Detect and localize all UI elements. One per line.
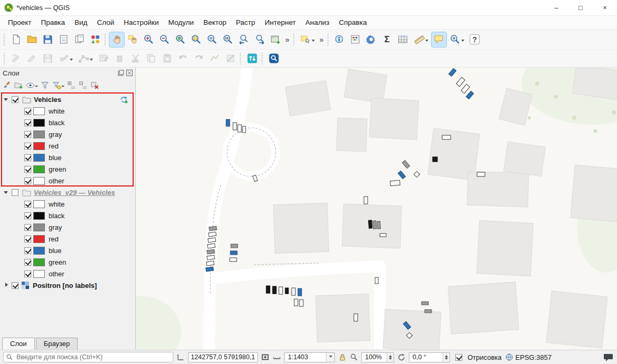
- class-checkbox[interactable]: [24, 178, 31, 184]
- paste-features-button[interactable]: [160, 51, 174, 66]
- cut-features-button[interactable]: [128, 51, 143, 66]
- layer-class-row[interactable]: red: [0, 140, 135, 152]
- rotation-spinbox[interactable]: 0,0 °: [409, 352, 450, 362]
- class-checkbox[interactable]: [24, 247, 31, 254]
- menu-vector[interactable]: Вектор: [199, 16, 231, 29]
- tab-browser[interactable]: Браузер: [36, 338, 78, 350]
- expander-icon[interactable]: [3, 96, 10, 102]
- save-project-button[interactable]: [40, 32, 55, 47]
- class-checkbox[interactable]: [24, 224, 31, 231]
- dropdown-caret-icon[interactable]: [35, 86, 38, 89]
- dropdown-caret-icon[interactable]: [312, 40, 315, 43]
- add-feature-button[interactable]: [56, 51, 75, 66]
- menu-web[interactable]: Интернет: [260, 16, 301, 29]
- toolbar-grip[interactable]: [293, 34, 294, 45]
- dropdown-caret-icon[interactable]: [70, 59, 73, 62]
- layer-class-row[interactable]: red: [0, 233, 135, 245]
- class-checkbox[interactable]: [24, 270, 31, 277]
- zoom-in-button[interactable]: [141, 32, 156, 47]
- class-checkbox[interactable]: [24, 259, 31, 266]
- pan-map-button[interactable]: [109, 32, 124, 47]
- class-checkbox[interactable]: [24, 212, 31, 219]
- close-panel-icon[interactable]: [126, 70, 133, 76]
- group-checkbox[interactable]: [12, 96, 18, 103]
- coordinates-display[interactable]: 1242757,0 5791980,1: [188, 352, 258, 362]
- crs-button[interactable]: EPSG:3857: [505, 353, 552, 361]
- new-print-layout-button[interactable]: [56, 32, 71, 47]
- zoom-settings-button[interactable]: [447, 32, 466, 47]
- zoom-next-button[interactable]: [252, 32, 267, 47]
- select-features-button[interactable]: [298, 32, 317, 47]
- maximize-button[interactable]: □: [568, 0, 593, 15]
- group-checkbox[interactable]: [12, 189, 18, 196]
- layer-class-row[interactable]: white: [0, 105, 135, 117]
- zoom-to-layer-button[interactable]: [204, 32, 219, 47]
- toggle-editing-button[interactable]: [24, 51, 39, 66]
- toolbar-grip[interactable]: [4, 34, 5, 45]
- map-canvas[interactable]: [136, 68, 617, 350]
- save-edits-button[interactable]: [40, 51, 55, 66]
- class-checkbox[interactable]: [24, 201, 31, 208]
- menu-plugins[interactable]: Модули: [164, 16, 199, 29]
- scale-dropdown-button[interactable]: [326, 353, 334, 362]
- current-edits-button[interactable]: [8, 51, 23, 66]
- split-features-button[interactable]: [223, 51, 238, 66]
- statistical-summary-button[interactable]: Σ: [380, 32, 395, 47]
- expander-icon[interactable]: [3, 189, 10, 195]
- dropdown-caret-icon[interactable]: [90, 59, 93, 62]
- dropdown-caret-icon[interactable]: [461, 40, 464, 43]
- copy-features-button[interactable]: [144, 51, 158, 66]
- expand-all-button[interactable]: [66, 79, 77, 91]
- layout-manager-button[interactable]: [72, 32, 87, 47]
- zoom-native-button[interactable]: [220, 32, 235, 47]
- open-project-button[interactable]: [24, 32, 39, 47]
- float-panel-icon[interactable]: [118, 70, 124, 76]
- toolbar-grip[interactable]: [105, 34, 106, 45]
- layer-class-row[interactable]: blue: [0, 245, 135, 256]
- field-calculator-button[interactable]: [348, 32, 363, 47]
- minimize-button[interactable]: –: [544, 0, 568, 15]
- class-checkbox[interactable]: [24, 166, 31, 173]
- toolbar-grip[interactable]: [261, 53, 263, 64]
- scale-combobox[interactable]: 1:1403: [284, 352, 335, 362]
- layer-positron[interactable]: Positron [no labels]: [0, 279, 135, 291]
- new-map-view-button[interactable]: [268, 32, 283, 47]
- redo-button[interactable]: [191, 51, 206, 66]
- render-checkbox[interactable]: [455, 354, 462, 361]
- zoom-last-button[interactable]: [236, 32, 251, 47]
- class-checkbox[interactable]: [24, 143, 31, 150]
- style-manager-button[interactable]: [88, 32, 102, 47]
- class-checkbox[interactable]: [24, 154, 31, 161]
- plugin-quickservices-button[interactable]: [266, 51, 281, 66]
- spin-buttons[interactable]: [443, 353, 450, 362]
- multiedit-attributes-button[interactable]: [96, 51, 111, 66]
- layer-class-row[interactable]: gray: [0, 221, 135, 233]
- layer-class-row[interactable]: black: [0, 117, 135, 128]
- messages-button[interactable]: [603, 352, 614, 362]
- vertex-tool-button[interactable]: [76, 51, 95, 66]
- attribute-table-button[interactable]: [396, 32, 410, 47]
- filter-expression-button[interactable]: [51, 79, 66, 91]
- layer-class-row[interactable]: green: [0, 256, 135, 268]
- zoom-to-selection-button[interactable]: [189, 32, 203, 47]
- expander-icon[interactable]: [3, 282, 10, 288]
- layer-class-row[interactable]: other: [0, 175, 135, 186]
- menu-raster[interactable]: Растр: [231, 16, 260, 29]
- layer-group-vehicles-v29[interactable]: Vehicles_v29 — Vehicles: [0, 186, 135, 198]
- toolbar-grip[interactable]: [328, 34, 329, 45]
- spin-buttons[interactable]: [387, 353, 394, 362]
- layer-class-row[interactable]: blue: [0, 152, 135, 163]
- collapse-all-button[interactable]: [78, 79, 89, 91]
- lock-scale-icon[interactable]: [338, 353, 347, 361]
- remove-layer-button[interactable]: [89, 79, 100, 91]
- zoom-full-button[interactable]: [173, 32, 188, 47]
- pan-to-selection-button[interactable]: [125, 32, 140, 47]
- reshape-features-button[interactable]: [207, 51, 222, 66]
- class-checkbox[interactable]: [24, 236, 31, 242]
- class-checkbox[interactable]: [24, 108, 31, 115]
- search-input[interactable]: [3, 352, 173, 362]
- new-project-button[interactable]: [8, 32, 23, 47]
- layer-styling-button[interactable]: [2, 79, 13, 91]
- dropdown-caret-icon[interactable]: [61, 86, 64, 89]
- menu-settings[interactable]: Настройки: [119, 16, 163, 29]
